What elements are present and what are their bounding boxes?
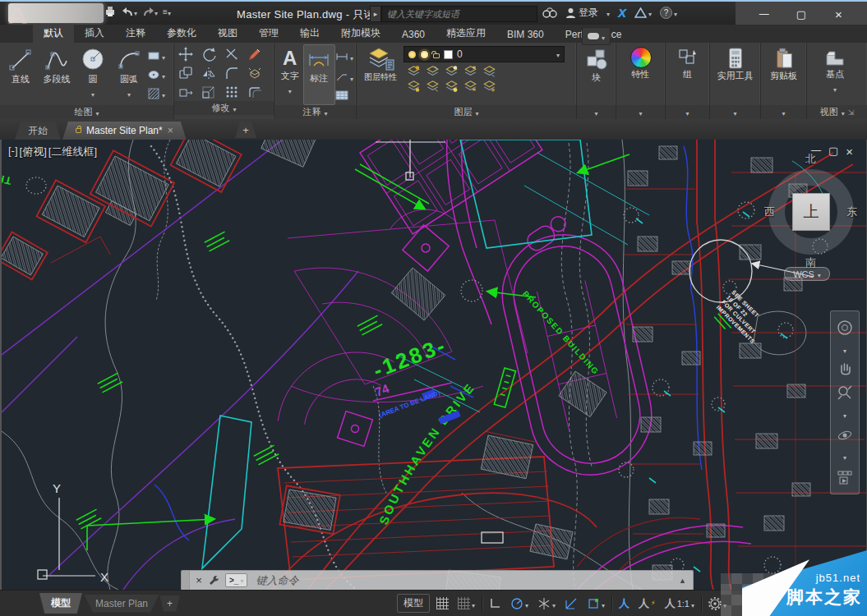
hatch-button[interactable] — [147, 86, 165, 101]
layer-properties-button[interactable]: 图层特性 — [359, 44, 402, 105]
scale-icon[interactable] — [201, 85, 216, 99]
erase-icon[interactable] — [247, 47, 262, 62]
annotation-autoscale-toggle[interactable]: 人⚡ — [636, 595, 658, 613]
autodesk-exchange-icon[interactable]: X — [618, 6, 626, 20]
ortho-toggle[interactable] — [487, 595, 504, 611]
isodraft-toggle[interactable] — [535, 595, 558, 613]
wcs-dropdown[interactable]: WCS — [784, 267, 830, 281]
dialog-launcher-icon[interactable]: ⇲ — [848, 108, 855, 117]
ribbon-tab[interactable]: 默认 — [33, 24, 74, 43]
line-button[interactable]: 直线 — [2, 44, 39, 105]
model-space-toggle[interactable]: 模型 — [397, 594, 430, 613]
close-tab-icon[interactable] — [168, 125, 173, 136]
show-motion-icon[interactable] — [836, 468, 854, 486]
drawing-canvas[interactable]: SOUTHHAVEN DRIVE — [0, 140, 867, 590]
rectangle-button[interactable] — [147, 48, 165, 63]
layer-off-icon[interactable] — [445, 65, 459, 78]
help-button[interactable]: ? — [660, 5, 677, 20]
layer-dropdown[interactable]: 0 — [404, 46, 565, 62]
ellipse-button[interactable] — [147, 67, 165, 82]
object-snap-toggle[interactable] — [584, 595, 607, 613]
ribbon-tab[interactable]: A360 — [391, 26, 436, 43]
layer-match-icon[interactable] — [482, 65, 496, 78]
panel-group-footer[interactable] — [666, 105, 709, 119]
panel-clipboard-footer[interactable] — [761, 105, 806, 119]
layer-prev-icon[interactable] — [426, 80, 440, 93]
plot-icon[interactable] — [104, 5, 117, 18]
search-arrow-button[interactable]: ▸ — [370, 6, 381, 22]
panel-draw-footer[interactable]: 绘图 — [0, 105, 173, 119]
annotation-visibility-toggle[interactable]: 人 — [616, 595, 632, 613]
move-icon[interactable] — [178, 47, 193, 62]
orbit-icon[interactable] — [836, 426, 854, 444]
command-input[interactable]: 键入命令 — [252, 573, 679, 588]
zoom-icon[interactable] — [836, 384, 854, 402]
new-layout-button[interactable]: + — [159, 595, 180, 612]
panel-annotation-footer[interactable]: 注释 — [274, 105, 356, 119]
wheel-caret-icon[interactable] — [843, 342, 846, 356]
layer-walk-icon[interactable] — [482, 80, 496, 93]
layer-make-current-icon[interactable] — [407, 80, 421, 93]
circle-caret-icon[interactable] — [91, 85, 95, 100]
ribbon-tab[interactable]: 精选应用 — [436, 24, 496, 43]
viewport-visual-style-control[interactable]: [二维线框] — [48, 145, 97, 159]
file-tab[interactable]: 开始 — [15, 122, 61, 140]
dim-style-button[interactable] — [335, 49, 353, 64]
ribbon-display-toggle[interactable] — [582, 27, 611, 45]
group-button[interactable]: 组 — [668, 44, 707, 105]
ribbon-tab[interactable]: 参数化 — [156, 24, 207, 43]
panel-utilities-footer[interactable] — [710, 105, 760, 119]
explode-icon[interactable] — [247, 66, 262, 80]
polar-tracking-toggle[interactable] — [508, 595, 531, 613]
viewcube-east-label[interactable]: 东 — [846, 205, 857, 219]
panel-view-footer[interactable]: 视图⇲ — [807, 105, 867, 119]
layer-lock-icon[interactable] — [463, 65, 477, 78]
sign-in-button[interactable]: 登录 — [565, 6, 598, 20]
ribbon-tab[interactable]: 视图 — [207, 24, 248, 43]
panel-properties-footer[interactable] — [616, 105, 665, 119]
properties-button[interactable]: 特性 — [619, 44, 662, 105]
palette-grip[interactable] — [182, 571, 190, 590]
pan-icon[interactable] — [836, 361, 854, 379]
customize-wrench-icon[interactable] — [208, 574, 220, 586]
viewcube-north-label[interactable]: 北 — [805, 152, 816, 167]
viewport-view-control[interactable]: [俯视] — [20, 145, 47, 159]
object-snap-tracking-toggle[interactable] — [562, 595, 580, 612]
polyline-button[interactable]: 多段线 — [39, 44, 75, 105]
layer-unisolate-icon[interactable] — [445, 80, 459, 93]
block-insert-button[interactable]: 块 — [579, 44, 613, 105]
layer-isolate-icon[interactable] — [407, 65, 421, 78]
navigation-wheel-icon[interactable] — [836, 319, 854, 337]
close-button[interactable] — [826, 7, 851, 21]
dimension-button[interactable]: 标注 — [303, 44, 335, 105]
viewcube-west-label[interactable]: 西 — [764, 205, 775, 219]
rotate-icon[interactable] — [201, 47, 216, 62]
text-button[interactable]: A 文字 — [277, 44, 303, 105]
arc-caret-icon[interactable] — [127, 85, 131, 100]
panel-block-footer[interactable] — [577, 105, 616, 119]
close-command-line-button[interactable]: × — [190, 574, 208, 586]
clipboard-button[interactable]: 剪贴板 — [763, 44, 804, 105]
stretch-icon[interactable] — [178, 85, 193, 99]
ribbon-tab[interactable]: 管理 — [248, 24, 289, 43]
fillet-icon[interactable] — [224, 66, 239, 80]
layer-freeze-icon[interactable] — [426, 65, 440, 78]
layout-tab[interactable]: Master Plan — [84, 595, 159, 613]
viewport-pane-control[interactable]: [-] — [8, 145, 18, 159]
annotation-scale-button[interactable]: 人1:1 — [662, 595, 697, 613]
file-tab[interactable]: Master Site Plan* — [62, 122, 187, 140]
leader-button[interactable] — [335, 70, 353, 85]
ribbon-tab[interactable]: BIM 360 — [496, 26, 555, 43]
redo-button[interactable] — [142, 4, 158, 19]
command-line-palette[interactable]: × >_ 键入命令 ▲ — [181, 570, 694, 590]
redo-caret-icon[interactable] — [154, 4, 158, 19]
minimize-button[interactable] — [752, 8, 777, 20]
snap-toggle[interactable] — [455, 595, 477, 613]
ribbon-tab[interactable]: 附加模块 — [330, 24, 391, 43]
undo-caret-icon[interactable] — [134, 4, 137, 19]
ribbon-tab[interactable]: 注释 — [115, 24, 156, 43]
arc-button[interactable]: 圆弧 — [111, 44, 147, 105]
grid-toggle[interactable] — [434, 595, 451, 611]
trim-icon[interactable] — [224, 47, 239, 62]
copy-icon[interactable] — [178, 66, 193, 80]
